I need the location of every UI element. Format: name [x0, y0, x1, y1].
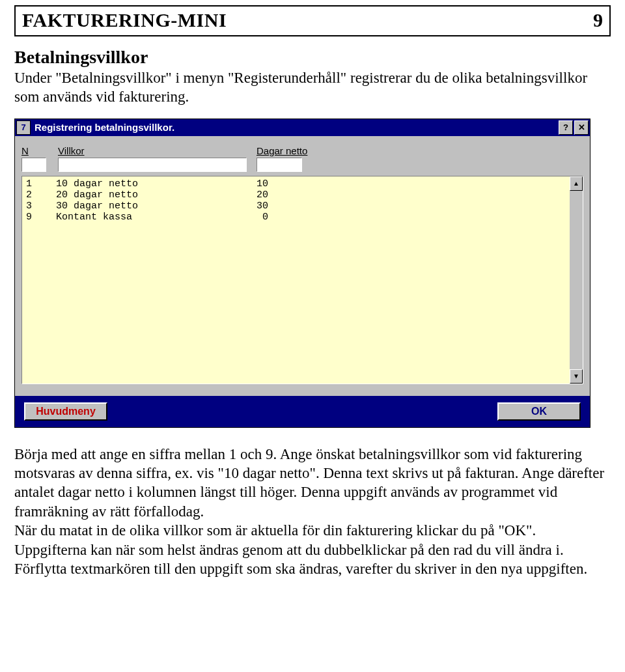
- chevron-down-icon: ▼: [573, 372, 579, 380]
- cell-villkor: Kontant kassa: [56, 212, 230, 223]
- cell-dagar: 10: [230, 178, 268, 189]
- input-dagar-netto[interactable]: [257, 158, 302, 172]
- intro-paragraph: Under "Betalningsvillkor" i menyn "Regis…: [14, 69, 611, 107]
- list-box[interactable]: 110 dagar netto10220 dagar netto20330 da…: [21, 176, 583, 384]
- cell-n: 3: [26, 201, 56, 212]
- vertical-scrollbar[interactable]: ▲ ▼: [570, 176, 583, 384]
- label-n: N: [21, 145, 29, 156]
- cell-villkor: 30 dagar netto: [56, 201, 230, 212]
- list-row[interactable]: 9Kontant kassa0: [26, 212, 566, 223]
- list-row[interactable]: 220 dagar netto20: [26, 189, 566, 201]
- cell-villkor: 10 dagar netto: [56, 178, 230, 189]
- doc-title: FAKTURERING-MINI: [22, 9, 227, 31]
- section-heading: Betalningsvillkor: [14, 47, 611, 68]
- cell-dagar: 20: [230, 189, 268, 201]
- titlebar: 7 Registrering betalningsvillkor. ? ✕: [15, 119, 590, 136]
- label-dagar-netto: Dagar netto: [257, 145, 307, 156]
- scroll-down-button[interactable]: ▼: [570, 369, 583, 384]
- page-number: 9: [593, 9, 603, 31]
- help-icon: ?: [563, 122, 568, 132]
- window-title: Registrering betalningsvillkor.: [35, 122, 557, 133]
- system-menu-icon[interactable]: 7: [16, 120, 31, 135]
- system-menu-glyph: 7: [21, 122, 25, 132]
- scroll-up-button[interactable]: ▲: [570, 176, 583, 191]
- cell-n: 2: [26, 189, 56, 201]
- label-villkor: Villkor: [58, 145, 85, 156]
- input-n[interactable]: [21, 158, 46, 172]
- ok-button[interactable]: OK: [497, 402, 581, 421]
- help-button[interactable]: ?: [559, 120, 573, 135]
- button-bar: Huvudmeny OK: [15, 396, 590, 427]
- list-row[interactable]: 330 dagar netto30: [26, 201, 566, 212]
- close-icon: ✕: [578, 122, 585, 132]
- cell-n: 1: [26, 178, 56, 189]
- cell-dagar: 0: [230, 212, 268, 223]
- cell-dagar: 30: [230, 201, 268, 212]
- input-villkor[interactable]: [58, 158, 247, 172]
- cell-n: 9: [26, 212, 56, 223]
- chevron-up-icon: ▲: [573, 180, 579, 187]
- list-row[interactable]: 110 dagar netto10: [26, 178, 566, 189]
- close-button[interactable]: ✕: [574, 120, 589, 135]
- body-paragraph: Börja med att ange en siffra mellan 1 oc…: [14, 445, 611, 579]
- main-menu-button[interactable]: Huvudmeny: [24, 402, 107, 421]
- doc-header: FAKTURERING-MINI 9: [14, 5, 611, 36]
- app-window: 7 Registrering betalningsvillkor. ? ✕ N …: [14, 119, 590, 428]
- cell-villkor: 20 dagar netto: [56, 189, 230, 201]
